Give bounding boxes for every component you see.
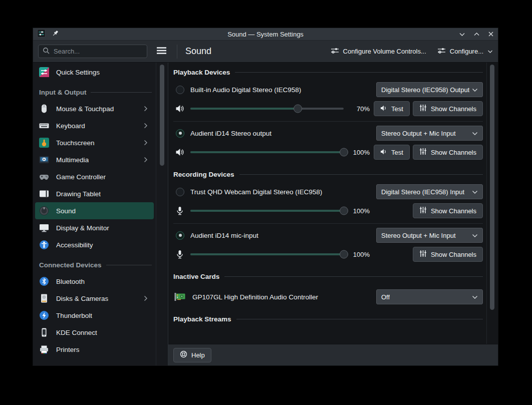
- mixer-icon: [419, 206, 427, 215]
- system-settings-window: Sound — System Settings: [33, 28, 498, 366]
- volume-percent: 100%: [349, 149, 370, 156]
- toolbar-divider: [177, 45, 177, 59]
- chevron-down-icon: [472, 188, 478, 196]
- sidebar-item-drawing-tablet[interactable]: Drawing Tablet: [35, 185, 154, 202]
- sidebar-item-quick-settings[interactable]: Quick Settings: [35, 64, 154, 81]
- footer: Help: [168, 344, 498, 365]
- test-button[interactable]: Test: [374, 145, 410, 160]
- sidebar-section-connected-devices: Connected Devices: [39, 260, 152, 270]
- close-button[interactable]: [488, 31, 494, 37]
- slider-handle[interactable]: [294, 105, 302, 113]
- show-channels-button[interactable]: Show Channels: [413, 247, 483, 262]
- menu-button[interactable]: [153, 45, 170, 58]
- device-radio[interactable]: [176, 231, 184, 240]
- slider-handle[interactable]: [340, 207, 348, 215]
- speaker-icon: [173, 104, 186, 113]
- bluetooth-icon: [38, 276, 50, 286]
- chevron-down-icon: [472, 130, 478, 137]
- search-box[interactable]: [38, 45, 147, 58]
- content-scrollbar-track[interactable]: [486, 63, 498, 344]
- volume-row: 100% Test Show Channels: [173, 143, 483, 162]
- show-channels-button[interactable]: Show Channels: [413, 145, 483, 160]
- page-title: Sound: [185, 46, 211, 57]
- accessibility-icon: [38, 240, 50, 250]
- inactive-card-row: GP107GL High Definition Audio Controller…: [173, 287, 483, 306]
- maximize-button[interactable]: [473, 32, 480, 37]
- divider: [173, 223, 483, 224]
- profile-dropdown[interactable]: Stereo Output + Mic Input: [376, 228, 483, 243]
- speaker-icon: [173, 148, 186, 157]
- show-channels-button[interactable]: Show Channels: [413, 101, 483, 116]
- speaker-icon: [380, 148, 387, 157]
- volume-slider[interactable]: [190, 250, 344, 259]
- profile-dropdown[interactable]: Digital Stereo (IEC958) Output: [376, 82, 483, 97]
- sidebar-item-touchscreen[interactable]: Touchscreen: [35, 134, 154, 151]
- window-title: Sound — System Settings: [33, 31, 498, 38]
- device-row-audient-output: Audient iD14 Stereo output Stereo Output…: [173, 124, 483, 143]
- sidebar: Quick Settings Input & Output Mouse & To…: [33, 63, 168, 365]
- section-playback-streams: Playback Streams: [173, 315, 483, 323]
- sound-icon: [38, 206, 50, 216]
- pin-icon[interactable]: [52, 30, 59, 39]
- profile-dropdown[interactable]: Stereo Output + Mic Input: [376, 126, 483, 141]
- profile-dropdown[interactable]: Off: [376, 289, 483, 304]
- slider-handle[interactable]: [340, 148, 348, 157]
- sidebar-item-sound[interactable]: Sound: [35, 202, 154, 219]
- volume-slider[interactable]: [190, 104, 344, 113]
- search-input[interactable]: [53, 47, 143, 56]
- sliders-icon: [331, 47, 339, 56]
- touchscreen-icon: [38, 138, 50, 148]
- device-radio[interactable]: [176, 86, 184, 94]
- profile-dropdown[interactable]: Digital Stereo (IEC958) Input: [376, 184, 483, 199]
- multimedia-icon: [38, 155, 50, 165]
- search-icon: [43, 47, 50, 56]
- device-radio[interactable]: [176, 188, 184, 196]
- configure-volume-controls-button[interactable]: Configure Volume Controls...: [331, 47, 426, 56]
- sidebar-item-printers[interactable]: Printers: [35, 341, 154, 358]
- sidebar-item-accessibility[interactable]: Accessibility: [35, 236, 154, 253]
- volume-row: 70% Test Show Channels: [173, 99, 483, 118]
- sidebar-item-kde-connect[interactable]: KDE Connect: [35, 324, 154, 341]
- sidebar-item-game-controller[interactable]: Game Controller: [35, 168, 154, 185]
- printer-icon: [38, 344, 50, 354]
- hamburger-icon: [156, 47, 167, 56]
- sidebar-item-mouse-touchpad[interactable]: Mouse & Touchpad: [35, 100, 154, 117]
- section-inactive-cards: Inactive Cards: [173, 273, 483, 280]
- drawing-tablet-icon: [38, 189, 50, 199]
- mouse-icon: [38, 104, 50, 114]
- chevron-right-icon: [144, 295, 150, 301]
- mixer-icon: [419, 250, 427, 259]
- show-channels-button[interactable]: Show Channels: [413, 203, 483, 218]
- slider-handle[interactable]: [340, 250, 348, 259]
- volume-slider[interactable]: [190, 206, 344, 215]
- lifebuoy-icon: [180, 350, 187, 359]
- sidebar-item-disks-cameras[interactable]: Disks & Cameras: [35, 290, 154, 307]
- sidebar-item-multimedia[interactable]: Multimedia: [35, 151, 154, 168]
- mixer-icon: [419, 148, 427, 157]
- section-playback-devices: Playback Devices: [173, 69, 483, 76]
- sidebar-scrollbar[interactable]: [160, 65, 164, 166]
- configure-button[interactable]: Configure...: [437, 47, 493, 56]
- header-toolbar: Sound Configure Volume Controls... Confi…: [33, 41, 498, 63]
- titlebar[interactable]: Sound — System Settings: [33, 28, 498, 41]
- sound-settings-content: Playback Devices Built-in Audio Digital …: [168, 63, 498, 344]
- volume-percent: 100%: [349, 207, 370, 215]
- mixer-icon: [419, 104, 427, 113]
- sidebar-item-keyboard[interactable]: Keyboard: [35, 117, 154, 134]
- device-radio[interactable]: [176, 129, 184, 138]
- content-scrollbar[interactable]: [490, 65, 494, 310]
- sidebar-item-bluetooth[interactable]: Bluetooth: [35, 273, 154, 290]
- quick-settings-icon: [38, 67, 50, 77]
- help-button[interactable]: Help: [173, 348, 211, 362]
- volume-slider[interactable]: [190, 148, 344, 157]
- chevron-right-icon: [144, 123, 150, 129]
- volume-percent: 70%: [349, 105, 370, 113]
- sidebar-item-display-monitor[interactable]: Display & Monitor: [35, 219, 154, 236]
- sidebar-item-thunderbolt[interactable]: Thunderbolt: [35, 307, 154, 324]
- test-button[interactable]: Test: [374, 101, 410, 116]
- chevron-down-icon: [472, 86, 478, 94]
- game-controller-icon: [38, 172, 50, 182]
- thunderbolt-icon: [38, 310, 50, 320]
- audio-card-icon: [173, 292, 186, 301]
- minimize-button[interactable]: [459, 32, 465, 37]
